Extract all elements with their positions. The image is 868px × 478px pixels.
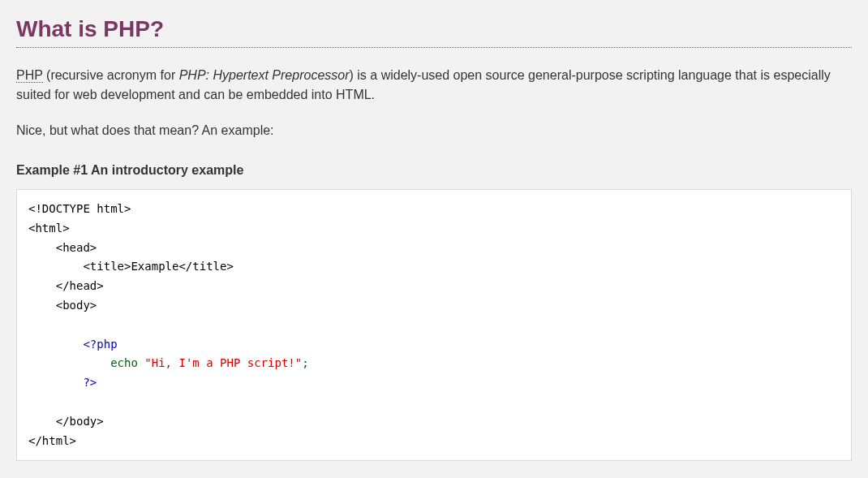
code-line: </body>	[28, 415, 104, 428]
lead-question: Nice, but what does that mean? An exampl…	[16, 121, 852, 140]
code-line: <head>	[28, 241, 97, 254]
code-indent	[28, 338, 83, 351]
code-indent	[28, 376, 83, 389]
code-line: <!DOCTYPE html>	[28, 202, 131, 215]
code-line: </head>	[28, 279, 104, 292]
code-line: <html>	[28, 222, 70, 235]
php-fullname: PHP: Hypertext Preprocessor	[179, 68, 350, 82]
example-caption: Example #1 An introductory example	[16, 163, 852, 178]
php-abbr: PHP	[16, 68, 43, 83]
code-indent	[28, 356, 110, 369]
code-line: <body>	[28, 299, 97, 312]
intro-paragraph: PHP (recursive acronym for PHP: Hypertex…	[16, 66, 852, 105]
php-close-tag: ?>	[83, 376, 97, 389]
page-title: What is PHP?	[16, 16, 852, 48]
code-line: </html>	[28, 434, 76, 447]
intro-text-before: (recursive acronym for	[43, 68, 179, 82]
code-example: <!DOCTYPE html> <html> <head> <title>Exa…	[16, 189, 852, 461]
code-line: <title>Example</title>	[28, 260, 234, 273]
php-semicolon: ;	[302, 356, 308, 369]
php-open-tag: <?php	[83, 338, 117, 351]
php-keyword-echo: echo	[110, 356, 144, 369]
php-string: "Hi, I'm a PHP script!"	[144, 356, 302, 369]
